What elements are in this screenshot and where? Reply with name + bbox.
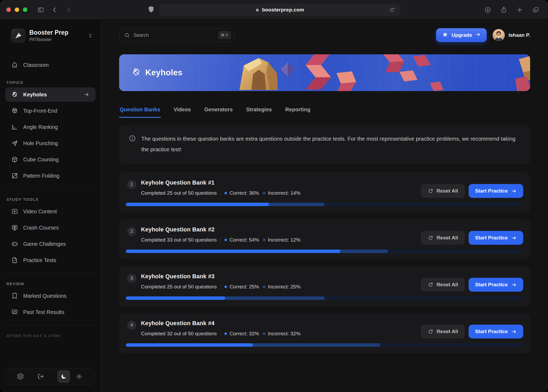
reset-all-button[interactable]: Reset All (421, 325, 465, 338)
sidebar-item-label: Past Test Results (23, 309, 64, 315)
new-tab-icon[interactable] (514, 4, 526, 16)
sidebar-item-practice-tests[interactable]: Practice Tests (5, 253, 95, 267)
hole-punching-icon (11, 140, 18, 147)
sidebar-toggle-icon[interactable] (35, 4, 47, 16)
downloads-icon[interactable] (482, 4, 494, 16)
start-practice-button[interactable]: Start Practice (469, 325, 523, 338)
brand-name: Booster Prep (29, 29, 68, 36)
upgrade-button[interactable]: Upgrade (436, 28, 487, 42)
tab-generators[interactable]: Generators (204, 107, 233, 118)
sidebar-item-pattern-folding[interactable]: Pattern Folding (5, 169, 95, 183)
keyholes-icon (11, 91, 18, 98)
sidebar-item-cube-counting[interactable]: Cube Counting (5, 152, 95, 167)
reset-all-button[interactable]: Reset All (421, 231, 465, 245)
progress-correct-segment (126, 343, 253, 347)
question-bank-title: Keyhole Question Bank #2 (141, 226, 301, 233)
booster-prep-logo-icon (11, 29, 25, 43)
sidebar-item-angle-ranking[interactable]: Angle Ranking (5, 120, 95, 134)
start-practice-button[interactable]: Start Practice (469, 278, 523, 292)
sidebar-item-video-content[interactable]: Video Content (5, 204, 95, 219)
question-bank-card: 3 Keyhole Question Bank #3 Completed 25 … (119, 266, 530, 306)
correct-dot (224, 285, 227, 288)
sidebar-footer (5, 368, 95, 385)
correct-stat: Correct: 54% (229, 237, 259, 243)
sidebar-item-label: Keyholes (23, 92, 47, 98)
sidebar-item-top-front-end[interactable]: Top-Front-End (5, 104, 95, 118)
practice-tests-icon (11, 257, 18, 264)
workspace-switcher-icon[interactable] (86, 32, 95, 39)
light-mode-sun-icon[interactable] (73, 370, 86, 383)
progress-correct-segment (126, 203, 269, 206)
rank-badge: 1 (127, 180, 136, 189)
upgrade-label: Upgrade (452, 32, 472, 38)
completed-text: Completed 32 out of 50 questions (141, 331, 217, 337)
question-bank-title: Keyhole Question Bank #3 (141, 273, 301, 280)
correct-stat: Correct: 32% (229, 331, 259, 337)
tab-question-banks[interactable]: Question Banks (119, 107, 161, 118)
sidebar-item-crash-courses[interactable]: Crash Courses (5, 220, 95, 235)
question-bank-title: Keyhole Question Bank #1 (141, 179, 301, 186)
arrow-right-icon (84, 92, 90, 97)
rank-badge: 2 (127, 227, 136, 236)
share-icon[interactable] (498, 4, 510, 16)
sidebar-nav: ClassroomTOPICSKeyholesTop-Front-EndAngl… (0, 56, 101, 341)
correct-dot (224, 192, 227, 194)
info-note: The questions in these question banks ar… (119, 125, 530, 164)
back-icon[interactable] (49, 4, 61, 16)
start-practice-button[interactable]: Start Practice (469, 184, 523, 198)
minimize-window-button[interactable] (14, 7, 20, 13)
tab-overview-icon[interactable] (530, 4, 542, 16)
dark-mode-moon-icon[interactable] (57, 370, 70, 383)
privacy-shield-icon[interactable] (148, 6, 154, 14)
sidebar-item-past-test-results[interactable]: Past Test Results (5, 305, 95, 319)
reset-all-button[interactable]: Reset All (421, 278, 465, 292)
sidebar-divider (6, 273, 95, 273)
search-input[interactable] (133, 32, 218, 38)
reset-icon (428, 282, 433, 288)
sidebar-divider (6, 189, 95, 189)
sidebar-item-label: Game Challenges (23, 241, 66, 247)
incorrect-dot (263, 285, 265, 288)
question-bank-card: 2 Keyhole Question Bank #2 Completed 33 … (119, 219, 530, 259)
settings-gear-icon[interactable] (17, 373, 24, 380)
progress-incorrect-segment (251, 343, 380, 347)
traffic-lights (6, 7, 28, 13)
sidebar-item-classroom[interactable]: Classroom (5, 58, 95, 72)
sidebar-item-marked-questions[interactable]: Marked Questions (5, 289, 95, 303)
user-avatar[interactable] (493, 29, 505, 41)
tab-bar: Question BanksVideosGeneratorsStrategies… (119, 107, 530, 118)
sidebar-item-label: Top-Front-End (23, 108, 57, 114)
rank-badge: 4 (127, 321, 136, 330)
section-label: AFTER THE DAT & ATDH (6, 333, 101, 338)
sidebar-item-label: Crash Courses (23, 225, 59, 231)
correct-dot (224, 332, 227, 335)
brand[interactable]: Booster Prep PATBooster (11, 29, 95, 43)
sidebar-item-game-challenges[interactable]: Game Challenges (5, 237, 95, 251)
tab-strategies[interactable]: Strategies (245, 107, 272, 118)
sidebar-item-keyholes[interactable]: Keyholes (5, 87, 95, 102)
sign-out-icon[interactable] (37, 373, 44, 380)
keyholes-banner-icon (131, 67, 141, 78)
address-bar[interactable]: boosterprep.com (159, 4, 400, 16)
start-practice-button[interactable]: Start Practice (469, 231, 523, 245)
forward-icon[interactable] (63, 4, 74, 16)
sidebar-item-label: Classroom (23, 62, 49, 68)
cube-counting-icon (11, 156, 18, 163)
close-window-button[interactable] (6, 7, 11, 13)
tab-videos[interactable]: Videos (173, 107, 191, 118)
sidebar-item-hole-punching[interactable]: Hole Punching (5, 136, 95, 150)
progress-bar (126, 296, 523, 300)
reset-all-button[interactable]: Reset All (421, 184, 465, 198)
progress-bar (126, 343, 523, 347)
zoom-window-button[interactable] (23, 7, 28, 13)
search-field[interactable]: ⌘ F (119, 28, 234, 42)
arrow-right-icon (511, 235, 517, 241)
game-challenges-icon (11, 240, 18, 247)
pattern-folding-icon (11, 172, 18, 179)
reset-icon (428, 235, 433, 241)
reload-icon[interactable] (388, 7, 397, 13)
question-bank-card: 1 Keyhole Question Bank #1 Completed 25 … (119, 172, 530, 213)
divider (220, 237, 221, 243)
tab-reporting[interactable]: Reporting (285, 107, 311, 118)
incorrect-stat: Incorrect: 12% (268, 237, 301, 243)
